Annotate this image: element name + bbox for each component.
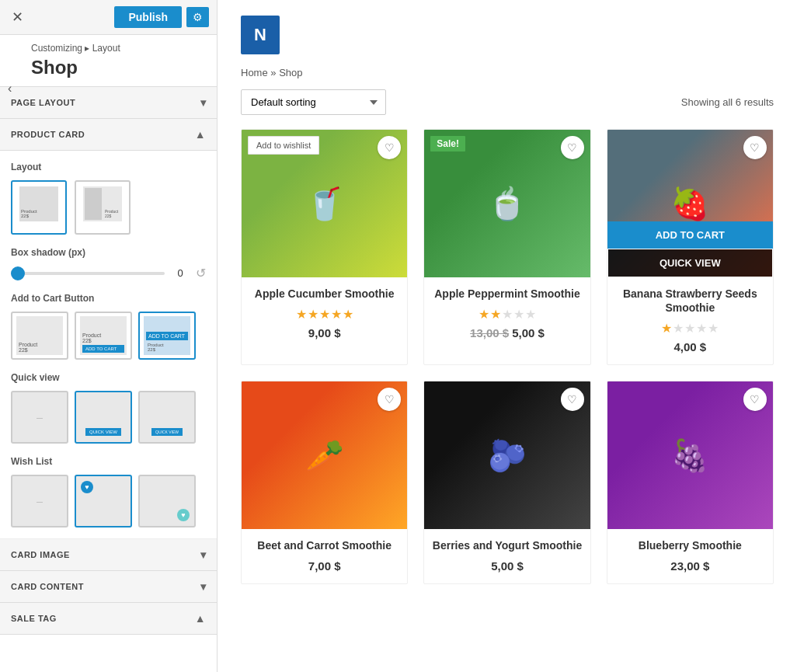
wishlist-heart-top-left: ♥ (81, 481, 93, 493)
product-grid: 🥤 ♡ Add to wishlist Apple Cucumber Smoot… (241, 129, 774, 584)
price: 9,00 $ (249, 326, 399, 339)
price-sale: 5,00 $ (512, 326, 545, 339)
add-to-cart-btn[interactable]: ADD TO CART (607, 221, 773, 249)
product-name: Beet and Carrot Smoothie (249, 538, 399, 552)
star-3: ★ (513, 307, 524, 322)
shop-breadcrumb: Home » Shop (241, 67, 774, 78)
page-layout-section-header[interactable]: PAGE LAYOUT ▾ (0, 87, 217, 119)
star-2: ★ (684, 321, 695, 336)
sort-select[interactable]: Default sorting Sort by popularity Sort … (241, 89, 386, 115)
card-image-chevron: ▾ (200, 548, 207, 561)
quick-view-btn[interactable]: QUICK VIEW (607, 249, 773, 277)
close-button[interactable]: ✕ (8, 8, 26, 26)
product-info: Berries and Yogurt Smoothie 5,00 $ (424, 529, 590, 583)
wishlist-button[interactable]: ♡ (743, 136, 767, 159)
star-4: ★ (525, 307, 536, 322)
shadow-value: 0 (171, 267, 190, 279)
product-img-wrap: 🍵 Sale! ♡ (424, 130, 590, 277)
product-name: Apple Peppermint Smoothie (432, 287, 582, 301)
slider-thumb[interactable] (11, 266, 25, 280)
qv-option-2[interactable]: QUICK VIEW (75, 391, 132, 444)
quick-view-options: — QUICK VIEW QUICK VIEW (11, 391, 206, 444)
star-1: ★ (308, 307, 318, 322)
qv-option-3[interactable]: QUICK VIEW (138, 391, 196, 444)
product-card-3: 🥕 ♡ Beet and Carrot Smoothie 7,00 $ (241, 381, 408, 583)
layout-option-2[interactable]: Product22$ (75, 180, 131, 235)
star-2: ★ (502, 307, 513, 322)
product-card-label: PRODUCT CARD (11, 130, 85, 139)
price: 7,00 $ (249, 559, 399, 573)
reset-button[interactable]: ↺ (196, 266, 206, 280)
back-arrow[interactable]: ‹ (8, 82, 12, 96)
top-bar: ✕ Publish ⚙ (0, 0, 217, 35)
star-1: ★ (673, 321, 684, 336)
showing-text: Showing all 6 results (681, 96, 774, 108)
product-card-section-header[interactable]: PRODUCT CARD ▲ (0, 119, 217, 151)
price: 23,00 $ (615, 559, 765, 573)
wishlist-heart-bottom-right: ♥ (177, 509, 190, 521)
add-wishlist-overlay[interactable]: Add to wishlist (248, 136, 319, 155)
star-0: ★ (479, 307, 489, 322)
wl-option-2[interactable]: ♥ (75, 475, 132, 528)
product-name: Apple Cucumber Smoothie (249, 287, 399, 301)
box-shadow-label: Box shadow (px) (11, 247, 206, 258)
box-shadow-row: 0 ↺ (11, 266, 206, 280)
layout-label: Layout (11, 162, 206, 172)
atc-mini-btn: ADD TO CART (82, 345, 124, 353)
product-card-2: 🍓 ♡ ADD TO CART QUICK VIEW Banana Strawb… (607, 129, 774, 365)
product-info: Apple Cucumber Smoothie ★★★★★ 9,00 $ (242, 277, 407, 350)
panel-scroll[interactable]: PAGE LAYOUT ▾ PRODUCT CARD ▲ Layout Prod… (0, 86, 217, 672)
page-layout-chevron: ▾ (200, 96, 207, 109)
box-shadow-slider[interactable] (11, 272, 165, 275)
add-to-cart-overlay: ADD TO CART QUICK VIEW (607, 221, 773, 277)
product-card-content: Layout Product22$ Product22$ Box shadow … (0, 151, 217, 539)
left-panel: ✕ Publish ⚙ ‹ Customizing ▸ Layout Shop … (0, 0, 218, 672)
product-img-wrap: 🫐 ♡ (424, 381, 590, 529)
product-name: Blueberry Smoothie (615, 538, 765, 552)
add-to-cart-label: Add to Cart Button (11, 293, 206, 304)
shop-title: Shop (0, 57, 217, 86)
atc-option-3[interactable]: ADD TO CART Product22$ (138, 312, 196, 360)
stars: ★★★★★ (249, 307, 399, 322)
wl-option-1[interactable]: — (11, 475, 68, 528)
price: 4,00 $ (615, 340, 765, 353)
card-content-label: CARD CONTENT (11, 582, 84, 591)
gear-button[interactable]: ⚙ (186, 7, 209, 27)
product-img-wrap: 🥤 ♡ Add to wishlist (242, 130, 407, 277)
product-img-wrap: 🍇 ♡ (607, 381, 773, 529)
product-name: Banana Strawberry Seeds Smoothie (615, 287, 765, 315)
publish-button[interactable]: Publish (114, 6, 182, 28)
card-image-section-header[interactable]: CARD IMAGE ▾ (0, 539, 217, 571)
product-info: Blueberry Smoothie 23,00 $ (607, 529, 773, 583)
star-4: ★ (708, 321, 719, 336)
price: 5,00 $ (432, 559, 582, 573)
product-img-wrap: 🥕 ♡ (242, 381, 407, 529)
star-0: ★ (661, 321, 672, 336)
star-1: ★ (490, 307, 501, 322)
card-image-label: CARD IMAGE (11, 550, 70, 559)
sale-tag-label: SALE TAG (11, 614, 57, 623)
quick-view-label: Quick view (11, 372, 206, 383)
layout-option-1[interactable]: Product22$ (11, 180, 67, 235)
star-2: ★ (319, 307, 330, 322)
sale-tag-section-header[interactable]: SALE TAG ▲ (0, 603, 217, 635)
wishlist-button[interactable]: ♡ (561, 388, 584, 411)
price-original: 13,00 $ (470, 326, 509, 339)
star-4: ★ (343, 307, 353, 322)
atc-option-1[interactable]: Product22$ (11, 312, 68, 360)
stars: ★★★★★ (432, 307, 582, 322)
product-card-chevron: ▲ (195, 128, 206, 141)
wl-option-3[interactable]: ♥ (138, 475, 196, 528)
qv-option-1[interactable]: — (11, 391, 68, 444)
sale-tag-chevron: ▲ (195, 612, 206, 625)
product-info: Apple Peppermint Smoothie ★★★★★ 13,00 $5… (424, 277, 590, 350)
atc-option-2[interactable]: Product22$ ADD TO CART (75, 312, 132, 360)
wishlist-button[interactable]: ♡ (561, 136, 584, 159)
top-bar-actions: Publish ⚙ (114, 6, 209, 28)
product-card-4: 🫐 ♡ Berries and Yogurt Smoothie 5,00 $ (423, 381, 590, 583)
star-3: ★ (696, 321, 707, 336)
shop-meta: Default sorting Sort by popularity Sort … (241, 89, 774, 115)
product-info: Beet and Carrot Smoothie 7,00 $ (242, 529, 407, 583)
breadcrumb: Customizing ▸ Layout (0, 35, 217, 57)
card-content-section-header[interactable]: CARD CONTENT ▾ (0, 571, 217, 603)
